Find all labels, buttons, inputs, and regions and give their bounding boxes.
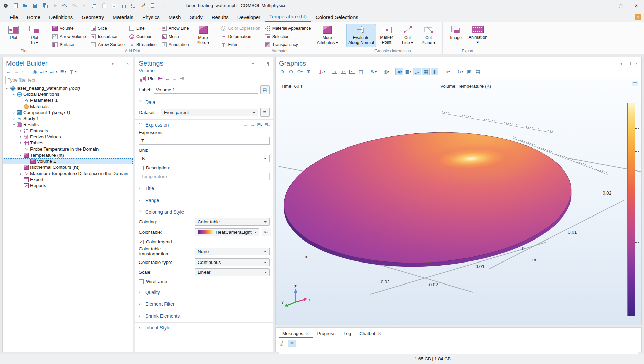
scene-light-icon[interactable]: ◀▾ xyxy=(395,68,403,75)
show-messages-icon[interactable]: ✉ xyxy=(288,340,296,347)
image-button[interactable]: Image xyxy=(446,24,467,42)
animation-button[interactable]: Animation ▾ xyxy=(467,24,490,47)
streamline-button[interactable]: Streamline xyxy=(128,41,158,48)
float-panel-icon[interactable] xyxy=(119,62,122,65)
open-color-table-button[interactable]: ⇤ xyxy=(262,228,271,236)
section-title[interactable]: › Title xyxy=(135,183,273,193)
tab-temperature-ht[interactable]: Temperature (ht) xyxy=(265,12,311,22)
selection-button[interactable]: Selection xyxy=(264,33,312,40)
marker-point-button[interactable]: Marker Point xyxy=(376,24,397,47)
update-plot-icon[interactable]: ↻▾ xyxy=(456,68,464,75)
expression-forward-icon[interactable]: → xyxy=(250,122,255,127)
model-tree-node-text-icon[interactable]: ≣▾ xyxy=(60,69,66,74)
orthographic-projection-icon[interactable]: ◫ xyxy=(357,68,365,75)
undo-icon[interactable]: ↶▾ xyxy=(62,3,68,9)
zoom-in-icon[interactable]: ⊕ xyxy=(278,68,286,75)
zoom-out-icon[interactable]: ⊖ xyxy=(287,68,295,75)
expander-icon[interactable]: › xyxy=(18,146,23,152)
expression-input[interactable] xyxy=(139,137,270,145)
float-panel-icon[interactable] xyxy=(259,62,262,65)
panel-menu-icon[interactable]: ▾ xyxy=(110,61,115,66)
new-file-icon[interactable] xyxy=(13,3,19,9)
transparency-button[interactable]: Transparency xyxy=(264,41,312,48)
section-element-filter[interactable]: › Element Filter xyxy=(135,299,273,309)
coloring-select[interactable]: Color table xyxy=(195,218,270,226)
forward-icon[interactable]: → xyxy=(14,69,19,74)
expander-icon[interactable]: › xyxy=(18,153,24,158)
graphics-canvas[interactable]: Time=60 s Volume: Temperature (K) 0.02 0… xyxy=(276,79,641,325)
delete-icon[interactable] xyxy=(121,3,127,9)
maximize-button[interactable]: ▢ xyxy=(613,0,628,12)
tab-developer[interactable]: Developer xyxy=(233,12,265,22)
save-icon[interactable] xyxy=(32,3,38,9)
transparency-toggle-icon[interactable]: ▩▾ xyxy=(404,68,412,75)
tab-chatbot[interactable]: Chatbot✕ xyxy=(356,331,384,338)
tree-item-parameters-1[interactable]: Parameters 1 xyxy=(3,97,133,104)
tab-study[interactable]: Study xyxy=(185,12,207,22)
section-shrink-elements[interactable]: › Shrink Elements xyxy=(135,311,273,321)
tab-geometry[interactable]: Geometry xyxy=(77,12,108,22)
surface-button[interactable]: Surface xyxy=(51,41,87,48)
tree-item-tables[interactable]: › Tables xyxy=(3,140,133,146)
tab-home[interactable]: Home xyxy=(22,12,45,22)
rotate-icon[interactable]: ↻▾ xyxy=(370,68,378,75)
save-as-icon[interactable] xyxy=(42,3,48,9)
help-icon[interactable]: ? xyxy=(635,14,641,20)
expander-icon[interactable]: › xyxy=(4,86,10,91)
close-tab-icon[interactable]: ✕ xyxy=(378,331,381,336)
duplicate-icon[interactable] xyxy=(111,3,117,9)
section-quality[interactable]: › Quality xyxy=(135,287,273,297)
plot-icon[interactable] xyxy=(139,76,146,81)
contour-button[interactable]: Contour xyxy=(128,33,158,40)
move-up-icon[interactable]: ↑ xyxy=(22,69,24,74)
first-plot-icon[interactable]: ⇤ xyxy=(158,75,163,82)
expander-icon[interactable]: › xyxy=(18,128,23,134)
tree-item-derived-values[interactable]: ›8.85e-12 Derived Values xyxy=(3,134,133,140)
collapse-all-icon[interactable]: ≡↓▾ xyxy=(50,69,57,74)
tab-physics[interactable]: Physics xyxy=(138,12,164,22)
snapshot-icon[interactable]: ▣ xyxy=(465,68,473,75)
show-axis-orientation-icon[interactable] xyxy=(413,68,421,75)
expander-icon[interactable]: › xyxy=(18,170,23,177)
arrow-surface-button[interactable]: Arrow Surface xyxy=(90,41,126,48)
tab-messages[interactable]: Messages✕ xyxy=(279,331,313,338)
move-down-icon[interactable]: ↓ xyxy=(27,69,29,74)
color-table-type-select[interactable]: Continuous xyxy=(195,258,270,266)
copy-icon[interactable] xyxy=(91,3,97,9)
tree-item-study-1[interactable]: › Study 1 xyxy=(3,116,133,122)
view-xy-icon[interactable]: xy xyxy=(330,68,338,75)
expand-all-icon[interactable]: ≡↑▾ xyxy=(40,69,47,74)
minimize-button[interactable]: — xyxy=(597,0,613,12)
tree-item-global-definitions[interactable]: › Global Definitions xyxy=(3,91,133,97)
deformation-button[interactable]: Deformation xyxy=(220,33,261,40)
color-table-select[interactable]: HeatCameraLight xyxy=(195,228,259,236)
section-data[interactable]: › Data xyxy=(135,97,273,107)
expander-icon[interactable]: › xyxy=(18,140,23,146)
tab-mesh[interactable]: Mesh xyxy=(164,12,186,22)
tree-filter-input[interactable] xyxy=(5,76,130,84)
volume-button[interactable]: Volume xyxy=(51,25,87,32)
go-to-default-view-icon[interactable]: ▾ xyxy=(318,68,325,75)
view-yz-icon[interactable]: yz xyxy=(339,68,347,75)
annotation-button[interactable]: Annotation xyxy=(160,41,190,48)
isosurface-button[interactable]: Isosurface xyxy=(90,33,126,40)
arrow-volume-button[interactable]: Arrow Volume xyxy=(51,33,87,40)
material-brush-icon[interactable] xyxy=(140,3,146,9)
close-tab-icon[interactable]: ✕ xyxy=(306,331,309,336)
tab-definitions[interactable]: Definitions xyxy=(45,12,77,22)
expander-icon[interactable]: › xyxy=(11,122,17,127)
section-expression[interactable]: › Expression ← → ⊞▾ ⊟▾ xyxy=(135,119,273,130)
dataset-select[interactable]: From parent xyxy=(161,109,258,116)
view-xz-icon[interactable]: xz xyxy=(348,68,356,75)
scene-appearance-icon[interactable]: ◍▾ xyxy=(383,68,390,75)
tab-log[interactable]: Log xyxy=(340,331,355,338)
tree-item-reports[interactable]: Reports xyxy=(3,183,133,189)
line-button[interactable]: Line xyxy=(128,25,158,32)
close-panel-icon[interactable]: × xyxy=(125,61,130,66)
replace-expression-icon[interactable]: ⊞▾ xyxy=(257,122,262,127)
mesh-button[interactable]: Mesh xyxy=(160,33,190,40)
tree-item-root[interactable]: › laser_heating_wafer.mph(root) xyxy=(3,85,133,91)
section-coloring-and-style[interactable]: › Coloring and Style xyxy=(135,207,273,217)
cut-plane-button[interactable]: Cut Plane ▾ xyxy=(418,24,439,47)
clear-messages-icon[interactable] xyxy=(279,340,285,346)
